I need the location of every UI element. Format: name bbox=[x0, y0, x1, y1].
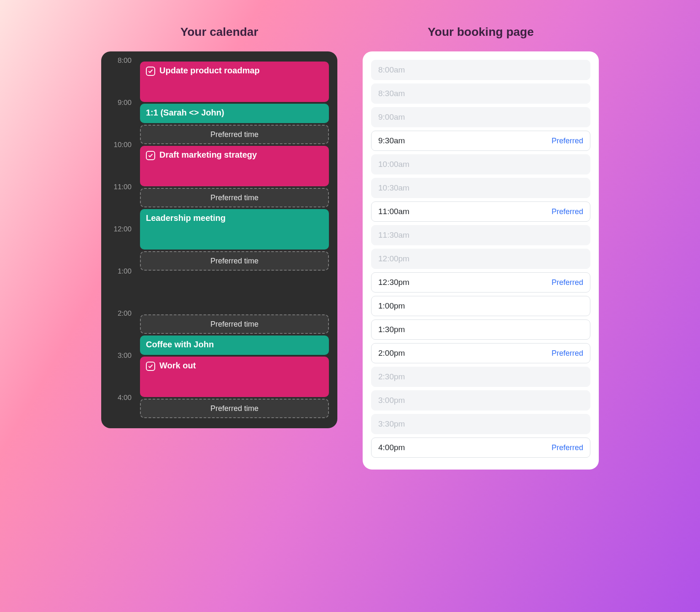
booking-panel: 8:00am8:30am9:00am9:30amPreferred10:00am… bbox=[363, 51, 599, 470]
preferred-time-label: Preferred time bbox=[210, 320, 258, 329]
preferred-tag: Preferred bbox=[552, 443, 583, 452]
slot-time: 2:30pm bbox=[378, 372, 405, 381]
calendar-event[interactable]: Leadership meeting bbox=[140, 209, 329, 250]
slot-time: 3:30pm bbox=[378, 419, 405, 429]
slot-time: 4:00pm bbox=[378, 443, 405, 452]
calendar-title: Your calendar bbox=[101, 25, 337, 39]
event-title: Work out bbox=[159, 361, 196, 370]
hour-label: 3:00 bbox=[110, 352, 136, 360]
booking-slot[interactable]: 1:00pm bbox=[371, 296, 590, 316]
slot-time: 11:00am bbox=[378, 207, 409, 216]
slot-time: 12:00pm bbox=[378, 254, 409, 263]
booking-slot: 8:30am bbox=[371, 83, 590, 104]
check-icon bbox=[146, 151, 155, 160]
slot-time: 1:00pm bbox=[378, 301, 405, 311]
booking-slot: 3:00pm bbox=[371, 390, 590, 411]
calendar-event[interactable]: Update product roadmap bbox=[140, 62, 329, 102]
slot-time: 12:30pm bbox=[378, 278, 409, 287]
booking-slot[interactable]: 1:30pm bbox=[371, 319, 590, 340]
preferred-time-block[interactable]: Preferred time bbox=[140, 188, 329, 207]
hour-label: 10:00 bbox=[110, 141, 136, 149]
slot-time: 1:30pm bbox=[378, 325, 405, 334]
preferred-time-label: Preferred time bbox=[210, 404, 258, 413]
preferred-time-block[interactable]: Preferred time bbox=[140, 399, 329, 418]
slot-time: 9:30am bbox=[378, 136, 405, 145]
slot-time: 2:00pm bbox=[378, 349, 405, 358]
hour-label: 11:00 bbox=[110, 183, 136, 191]
preferred-time-label: Preferred time bbox=[210, 130, 258, 139]
booking-slot[interactable]: 9:30amPreferred bbox=[371, 131, 590, 151]
hour-label: 1:00 bbox=[110, 267, 136, 276]
calendar-event[interactable]: Draft marketing strategy bbox=[140, 146, 329, 186]
slot-time: 3:00pm bbox=[378, 396, 405, 405]
event-title: Leadership meeting bbox=[146, 213, 226, 223]
hour-label: 12:00 bbox=[110, 225, 136, 234]
calendar-event[interactable]: 1:1 (Sarah <> John) bbox=[140, 104, 329, 123]
event-title: 1:1 (Sarah <> John) bbox=[146, 108, 224, 118]
calendar-panel: Update product roadmap1:1 (Sarah <> John… bbox=[101, 51, 337, 428]
booking-slot: 3:30pm bbox=[371, 414, 590, 434]
check-icon bbox=[146, 67, 155, 76]
booking-slot: 11:30am bbox=[371, 225, 590, 245]
preferred-time-label: Preferred time bbox=[210, 193, 258, 202]
booking-title: Your booking page bbox=[363, 25, 599, 39]
slot-time: 9:00am bbox=[378, 113, 405, 122]
slot-time: 10:00am bbox=[378, 160, 409, 169]
booking-slot[interactable]: 11:00amPreferred bbox=[371, 201, 590, 222]
booking-slot: 9:00am bbox=[371, 107, 590, 127]
calendar-event[interactable]: Work out bbox=[140, 357, 329, 397]
preferred-tag: Preferred bbox=[552, 349, 583, 358]
preferred-time-block[interactable]: Preferred time bbox=[140, 125, 329, 144]
booking-slot[interactable]: 2:00pmPreferred bbox=[371, 343, 590, 363]
event-title: Draft marketing strategy bbox=[159, 150, 257, 160]
hour-label: 2:00 bbox=[110, 309, 136, 318]
hour-label: 8:00 bbox=[110, 56, 136, 65]
preferred-tag: Preferred bbox=[552, 137, 583, 145]
event-title: Update product roadmap bbox=[159, 66, 260, 75]
check-icon bbox=[146, 362, 155, 371]
booking-slot: 10:00am bbox=[371, 154, 590, 174]
booking-slot: 12:00pm bbox=[371, 249, 590, 269]
hour-label: 9:00 bbox=[110, 99, 136, 107]
preferred-time-block[interactable]: Preferred time bbox=[140, 314, 329, 334]
hour-label: 4:00 bbox=[110, 394, 136, 402]
preferred-time-label: Preferred time bbox=[210, 257, 258, 266]
booking-slot[interactable]: 12:30pmPreferred bbox=[371, 272, 590, 293]
calendar-event[interactable]: Coffee with John bbox=[140, 336, 329, 355]
preferred-tag: Preferred bbox=[552, 207, 583, 216]
preferred-time-block[interactable]: Preferred time bbox=[140, 251, 329, 271]
booking-slot: 10:30am bbox=[371, 178, 590, 198]
preferred-tag: Preferred bbox=[552, 278, 583, 287]
slot-time: 10:30am bbox=[378, 183, 409, 193]
slot-time: 8:30am bbox=[378, 89, 405, 98]
event-title: Coffee with John bbox=[146, 340, 214, 349]
booking-slot: 2:30pm bbox=[371, 367, 590, 387]
slot-time: 8:00am bbox=[378, 65, 405, 75]
booking-slot: 8:00am bbox=[371, 60, 590, 80]
slot-time: 11:30am bbox=[378, 231, 409, 240]
booking-slot[interactable]: 4:00pmPreferred bbox=[371, 438, 590, 458]
